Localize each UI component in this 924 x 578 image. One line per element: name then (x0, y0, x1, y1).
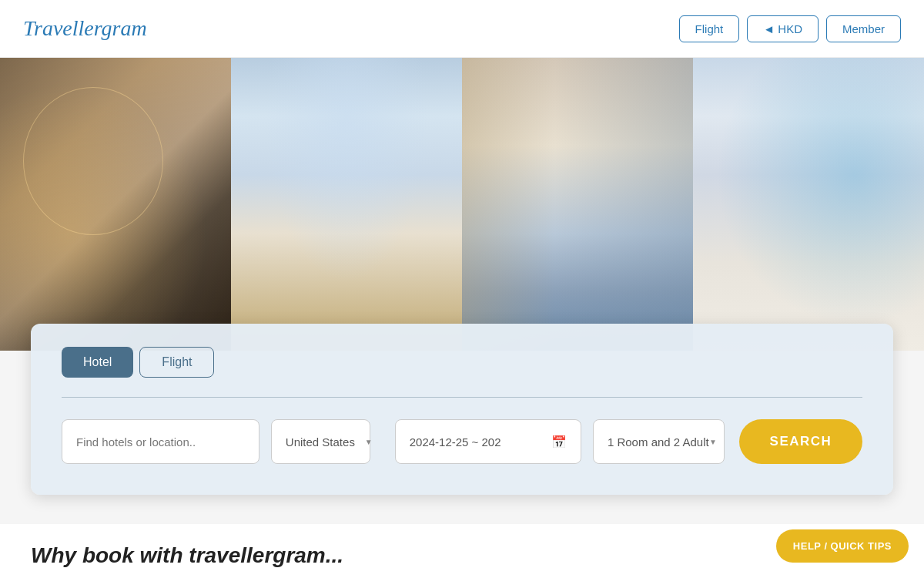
help-quick-tips-button[interactable]: HELP / QUICK TIPS (776, 529, 909, 563)
tab-flight[interactable]: Flight (139, 347, 214, 378)
logo: Travellergram (23, 16, 147, 41)
room-select-wrapper: 1 Room and 2 Adult (593, 419, 728, 464)
hero-image-4 (693, 58, 924, 351)
tab-hotel[interactable]: Hotel (62, 347, 133, 378)
date-range-value: 2024-12-25 ~ 202 (410, 435, 501, 449)
search-fields: United States 2024-12-25 ~ 202 📅 1 Room … (62, 419, 862, 464)
search-panel: Hotel Flight United States 2024-12-25 ~ … (31, 324, 893, 495)
hero-image-2 (231, 58, 462, 351)
room-adult-select[interactable]: 1 Room and 2 Adult (593, 419, 725, 464)
currency-button[interactable]: ◄ HKD (747, 15, 819, 42)
country-select[interactable]: United States (271, 419, 370, 464)
hero-image-3 (462, 58, 693, 351)
flight-nav-button[interactable]: Flight (679, 15, 740, 42)
location-search-input[interactable] (62, 419, 259, 464)
calendar-icon: 📅 (551, 435, 567, 449)
country-select-wrapper: United States (271, 419, 383, 464)
header-nav: Flight ◄ HKD Member (679, 15, 901, 42)
tab-bar: Hotel Flight (62, 347, 862, 378)
hero-image-grid (0, 58, 924, 351)
bottom-title: Why book with travellergram... (31, 543, 893, 568)
date-range-field[interactable]: 2024-12-25 ~ 202 📅 (395, 419, 581, 464)
member-button[interactable]: Member (826, 15, 901, 42)
header: Travellergram Flight ◄ HKD Member (0, 0, 924, 58)
tab-divider (62, 397, 862, 398)
search-button[interactable]: SEARCH (739, 419, 862, 464)
hero-image-1 (0, 58, 231, 351)
